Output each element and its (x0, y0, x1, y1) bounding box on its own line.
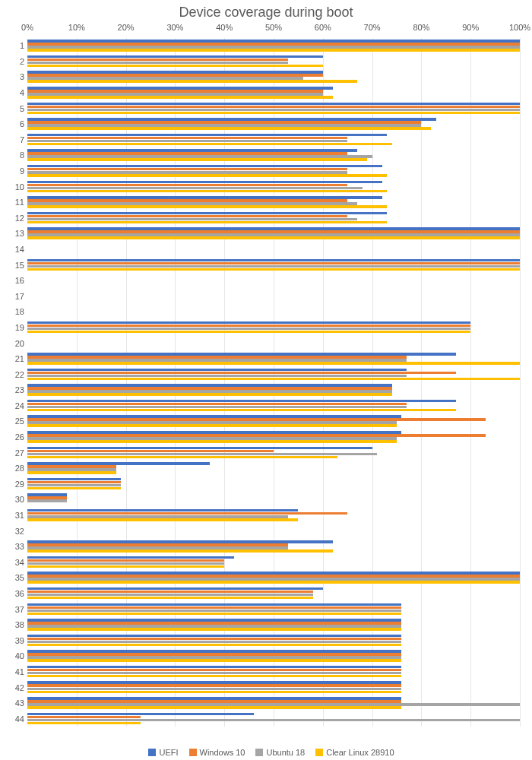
bar-ubuntu-18 (27, 703, 520, 706)
bar-windows-10 (27, 684, 401, 687)
category-row: 28 (27, 461, 520, 477)
bar-clear-linux-28910 (27, 471, 116, 474)
bar-ubuntu-18 (27, 406, 407, 409)
y-tick-label: 20 (9, 339, 24, 348)
bar-uefi (27, 87, 333, 90)
bar-clear-linux-28910 (27, 112, 520, 115)
bar-windows-10 (27, 622, 401, 625)
x-tick-label: 30% (166, 23, 183, 32)
bar-windows-10 (27, 606, 401, 610)
category-row: 27 (27, 445, 520, 461)
x-tick-label: 100% (509, 23, 530, 32)
bar-windows-10 (27, 591, 313, 594)
bar-ubuntu-18 (27, 390, 392, 393)
category-row: 24 (27, 398, 520, 414)
y-tick-label: 44 (9, 714, 24, 724)
bar-uefi (27, 415, 401, 418)
bar-ubuntu-18 (27, 233, 520, 236)
y-tick-label: 9 (9, 166, 24, 176)
bar-clear-linux-28910 (27, 158, 367, 161)
bar-uefi (27, 650, 401, 653)
y-tick-label: 15 (9, 261, 24, 270)
y-tick-label: 2 (9, 57, 24, 66)
x-tick-label: 80% (413, 23, 429, 32)
bar-windows-10 (27, 716, 141, 719)
category-row: 26 (27, 429, 520, 445)
y-tick-label: 19 (9, 323, 24, 332)
bar-ubuntu-18 (27, 265, 520, 268)
y-tick-label: 34 (9, 558, 24, 567)
category-row: 25 (27, 413, 520, 429)
bar-clear-linux-28910 (27, 205, 387, 208)
legend-label: UEFI (159, 748, 178, 757)
x-tick-label: 10% (68, 23, 85, 32)
bar-ubuntu-18 (27, 688, 401, 691)
bar-ubuntu-18 (27, 515, 288, 518)
category-row: 22 (27, 366, 520, 382)
bar-ubuntu-18 (27, 562, 224, 565)
bar-uefi (27, 71, 323, 74)
bar-ubuntu-18 (27, 641, 401, 644)
category-row: 43 (27, 695, 520, 711)
bar-windows-10 (27, 418, 486, 421)
category-row: 30 (27, 492, 520, 508)
bar-uefi (27, 572, 520, 575)
bar-windows-10 (27, 59, 288, 62)
y-tick-label: 40 (9, 651, 24, 660)
bar-windows-10 (27, 465, 116, 468)
category-row: 21 (27, 351, 520, 367)
category-row: 17 (27, 288, 520, 304)
bar-ubuntu-18 (27, 421, 397, 424)
category-row: 35 (27, 570, 520, 586)
category-row: 32 (27, 523, 520, 539)
bar-clear-linux-28910 (27, 518, 298, 521)
bar-uefi (27, 400, 456, 403)
y-tick-label: 31 (9, 511, 24, 520)
category-row: 6 (27, 116, 520, 132)
bar-uefi (27, 369, 407, 372)
y-tick-label: 24 (9, 401, 24, 410)
category-row: 37 (27, 601, 520, 617)
bar-uefi (27, 212, 387, 215)
category-row: 5 (27, 100, 520, 116)
y-tick-label: 30 (9, 495, 24, 504)
bar-ubuntu-18 (27, 375, 407, 378)
bar-windows-10 (27, 434, 486, 437)
y-tick-label: 14 (9, 245, 24, 254)
category-row: 7 (27, 132, 520, 148)
bar-clear-linux-28910 (27, 675, 401, 678)
category-row: 18 (27, 304, 520, 320)
bar-windows-10 (27, 387, 392, 390)
bar-windows-10 (27, 215, 347, 218)
bar-uefi (27, 134, 387, 137)
bar-ubuntu-18 (27, 155, 372, 158)
bar-clear-linux-28910 (27, 174, 387, 177)
category-row: 9 (27, 163, 520, 179)
bar-uefi (27, 697, 401, 700)
bar-clear-linux-28910 (27, 487, 121, 490)
y-tick-label: 28 (9, 464, 24, 473)
category-row: 36 (27, 586, 520, 602)
y-tick-label: 26 (9, 432, 24, 442)
bar-uefi (27, 462, 210, 465)
bar-ubuntu-18 (27, 672, 401, 675)
bar-ubuntu-18 (27, 453, 377, 456)
bar-uefi (27, 118, 436, 121)
bar-windows-10 (27, 653, 401, 656)
bar-uefi (27, 321, 470, 325)
bar-uefi (27, 509, 298, 512)
y-tick-label: 35 (9, 573, 24, 582)
bar-windows-10 (27, 559, 224, 562)
category-row: 40 (27, 648, 520, 664)
bar-windows-10 (27, 152, 347, 155)
bar-clear-linux-28910 (27, 65, 323, 68)
bar-uefi (27, 447, 372, 450)
bar-ubuntu-18 (27, 719, 520, 722)
bars-area: 1234567891011121314151617181920212223242… (27, 38, 520, 727)
legend-label: Ubuntu 18 (266, 748, 305, 757)
bar-windows-10 (27, 199, 347, 202)
bar-uefi (27, 431, 401, 434)
category-row: 23 (27, 382, 520, 398)
legend-swatch (255, 749, 263, 756)
bar-uefi (27, 165, 382, 168)
